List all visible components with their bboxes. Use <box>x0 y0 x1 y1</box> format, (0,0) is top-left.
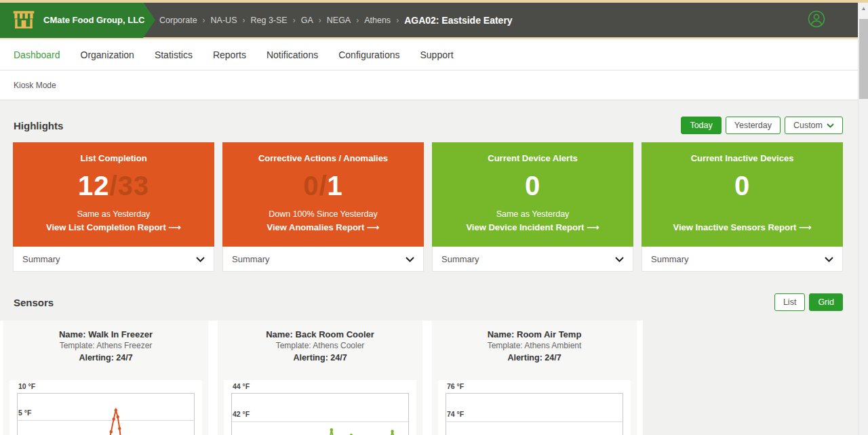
card-subtitle: Same as Yesterday <box>77 209 151 220</box>
view-device-incident-report-link[interactable]: View Device Incident Report ⟶ <box>466 222 599 232</box>
breadcrumb-separator: › <box>396 16 399 25</box>
highlight-card-device-alerts: Current Device Alerts 0 Same as Yesterda… <box>432 142 633 272</box>
temperature-line <box>232 394 408 435</box>
breadcrumb-item[interactable]: Athens <box>364 16 391 25</box>
breadcrumb-separator: › <box>319 16 321 25</box>
chart-plot-area <box>17 393 195 435</box>
sensor-name: Name: Room Air Temp <box>432 329 637 339</box>
breadcrumb-separator: › <box>243 16 245 25</box>
sensor-alerting: Alerting: 24/7 <box>3 353 208 362</box>
summary-expander[interactable]: Summary <box>432 247 633 272</box>
breadcrumb-separator: › <box>356 16 359 25</box>
breadcrumb-item[interactable]: NEGA <box>327 16 351 25</box>
view-toggle-buttons: List Grid <box>774 293 843 311</box>
sensor-card-walk-in-freezer[interactable]: Name: Walk In Freezer Template: Athens F… <box>3 320 208 435</box>
chevron-down-icon <box>615 254 624 264</box>
sensor-card-back-room-cooler[interactable]: Name: Back Room Cooler Template: Athens … <box>218 320 422 435</box>
breadcrumb-item[interactable]: Corporate <box>159 16 197 25</box>
scroll-up-arrow[interactable]: ▲ <box>859 3 868 14</box>
y-axis-tick-label: 44 °F <box>233 382 250 390</box>
dashboard-page: CMate Food Group, LLC Corporate › NA-US … <box>0 0 858 435</box>
user-menu-button[interactable] <box>808 10 825 30</box>
tab-statistics[interactable]: Statistics <box>155 49 193 60</box>
highlight-card-list-completion: List Completion 12/33 Same as Yesterday … <box>13 142 214 272</box>
highlight-cards-row: List Completion 12/33 Same as Yesterday … <box>13 142 843 272</box>
summary-expander[interactable]: Summary <box>13 247 214 272</box>
highlight-card-inactive-devices: Current Inactive Devices 0 View Inactive… <box>642 142 843 272</box>
date-range-buttons: Today Yesterday Custom <box>681 117 843 134</box>
top-accent-strip <box>0 0 868 3</box>
card-subtitle: Same as Yesterday <box>496 209 570 220</box>
card-subtitle: Down 100% Since Yesterday <box>269 209 378 220</box>
company-name: CMate Food Group, LLC <box>43 15 144 25</box>
kiosk-mode-link[interactable]: Kiosk Mode <box>14 81 56 90</box>
sensors-header-row: Sensors List Grid <box>14 293 843 311</box>
breadcrumb: Corporate › NA-US › Reg 3-SE › GA › NEGA… <box>159 15 513 26</box>
app-header: CMate Food Group, LLC Corporate › NA-US … <box>0 3 858 39</box>
tab-configurations[interactable]: Configurations <box>338 49 399 60</box>
sensor-name: Name: Back Room Cooler <box>218 329 422 339</box>
sensor-alerting: Alerting: 24/7 <box>432 353 637 362</box>
card-value: 0/1 <box>303 170 343 201</box>
card-title: List Completion <box>80 153 146 163</box>
tab-support[interactable]: Support <box>420 49 453 60</box>
breadcrumb-item[interactable]: Reg 3-SE <box>251 16 288 25</box>
yesterday-button[interactable]: Yesterday <box>726 117 781 134</box>
y-axis-tick-label: 76 °F <box>447 382 464 390</box>
card-value: 0 <box>525 170 540 201</box>
view-list-completion-report-link[interactable]: View List Completion Report ⟶ <box>46 222 181 232</box>
scrollbar-thumb[interactable] <box>859 19 868 99</box>
sensor-card-room-air-temp[interactable]: Name: Room Air Temp Template: Athens Amb… <box>432 320 637 435</box>
view-inactive-sensors-report-link[interactable]: View Inactive Sensors Report ⟶ <box>673 222 811 232</box>
tab-organization[interactable]: Organization <box>81 49 134 60</box>
y-axis-tick-label: 10 °F <box>18 382 35 390</box>
list-view-button[interactable]: List <box>774 293 805 311</box>
grid-view-button[interactable]: Grid <box>809 293 843 311</box>
y-axis-tick-label: 42 °F <box>233 410 250 418</box>
tab-notifications[interactable]: Notifications <box>267 49 318 60</box>
chart-plot-area <box>231 393 409 435</box>
highlight-card-corrective-actions: Corrective Actions / Anomalies 0/1 Down … <box>222 142 424 272</box>
vertical-scrollbar[interactable]: ▲ <box>858 3 868 435</box>
chart-plot-area <box>446 393 623 435</box>
summary-expander[interactable]: Summary <box>222 247 424 272</box>
card-title: Current Inactive Devices <box>691 153 794 163</box>
kiosk-mode-bar: Kiosk Mode <box>0 70 858 100</box>
sensor-template: Template: Athens Freezer <box>3 341 208 350</box>
chevron-down-icon <box>196 254 205 264</box>
chevron-down-icon <box>825 254 833 264</box>
summary-expander[interactable]: Summary <box>642 247 843 272</box>
sensor-template: Template: Athens Cooler <box>218 341 422 350</box>
company-logo-block[interactable]: CMate Food Group, LLC <box>0 2 155 38</box>
breadcrumb-item[interactable]: GA <box>301 16 313 25</box>
chevron-down-icon <box>827 121 834 130</box>
sensors-title: Sensors <box>14 297 54 308</box>
sensor-cards-row: Name: Walk In Freezer Template: Athens F… <box>0 320 643 435</box>
sensor-name: Name: Walk In Freezer <box>3 329 208 339</box>
sensor-chart: 76 °F74 °F72 °F <box>438 380 631 435</box>
y-axis-tick-label: 5 °F <box>18 409 31 417</box>
highlights-header-row: Highlights Today Yesterday Custom <box>14 117 843 134</box>
custom-button[interactable]: Custom <box>785 117 843 134</box>
main-nav: Dashboard Organization Statistics Report… <box>0 40 858 70</box>
card-title: Corrective Actions / Anomalies <box>258 153 388 163</box>
card-title: Current Device Alerts <box>488 153 577 163</box>
chevron-down-icon <box>406 254 414 264</box>
card-value: 12/33 <box>78 170 149 201</box>
breadcrumb-current-location: AGA02: Eastside Eatery <box>404 15 513 26</box>
temperature-line <box>18 394 194 435</box>
tab-dashboard[interactable]: Dashboard <box>14 49 60 60</box>
breadcrumb-separator: › <box>203 16 205 25</box>
sensor-chart: 44 °F42 °F40 °F <box>224 380 416 435</box>
card-value: 0 <box>734 170 750 201</box>
user-circle-icon <box>808 10 825 30</box>
main-content: Highlights Today Yesterday Custom List C… <box>0 100 858 435</box>
view-anomalies-report-link[interactable]: View Anomalies Report ⟶ <box>267 222 379 232</box>
today-button[interactable]: Today <box>681 117 721 134</box>
highlights-title: Highlights <box>14 120 63 131</box>
y-axis-tick-label: 74 °F <box>447 410 464 418</box>
breadcrumb-item[interactable]: NA-US <box>211 16 237 25</box>
tab-reports[interactable]: Reports <box>213 49 246 60</box>
sensor-template: Template: Athens Ambient <box>432 341 637 350</box>
sensor-chart: 10 °F5 °F0 °F <box>9 380 202 435</box>
